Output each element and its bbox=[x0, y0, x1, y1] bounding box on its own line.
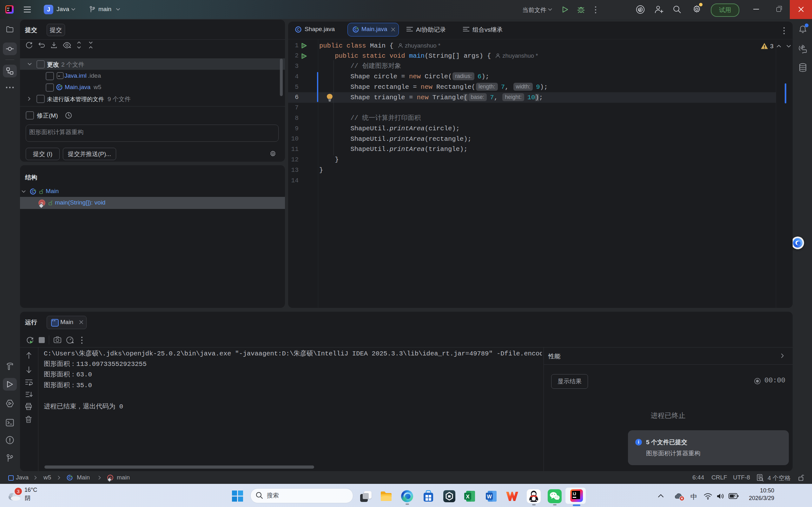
svg-text:W: W bbox=[487, 494, 492, 499]
svg-text:C: C bbox=[297, 27, 300, 32]
svg-text:X: X bbox=[466, 494, 470, 500]
